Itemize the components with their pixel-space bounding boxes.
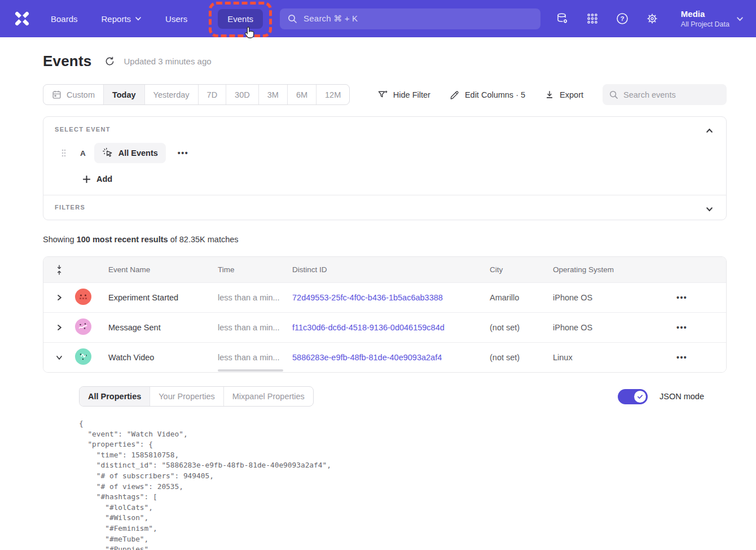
mixpanel-logo-icon[interactable] [12,9,32,28]
filter-funnel-icon [377,89,388,100]
event-detail-panel: All Properties Your Properties Mixpanel … [43,373,727,550]
nav-item-events[interactable]: Events [218,9,263,29]
properties-tabs: All Properties Your Properties Mixpanel … [79,386,314,407]
col-header-event-name[interactable]: Event Name [102,265,212,274]
tab-all-properties[interactable]: All Properties [80,387,150,406]
event-avatar [75,348,91,365]
event-avatar [75,289,91,305]
col-header-distinct-id[interactable]: Distinct ID [286,265,484,274]
table-row[interactable]: Message Sent less than a min... f11c30d6… [43,312,726,342]
hide-filter-button[interactable]: Hide Filter [377,89,430,100]
col-header-city[interactable]: City [484,265,547,274]
calendar-icon [52,90,61,99]
events-table: Event Name Time Distinct ID City Operati… [43,256,727,373]
refresh-icon [104,56,115,67]
json-mode-toggle[interactable] [618,389,648,404]
col-header-time[interactable]: Time [212,265,286,274]
date-range-custom[interactable]: Custom [43,85,103,104]
refresh-button[interactable] [104,56,115,67]
settings-gear-icon[interactable] [645,12,659,25]
help-icon[interactable]: ? [616,12,629,25]
primary-nav: Boards Reports Users Events [50,9,263,29]
magic-cursor-icon [102,147,113,159]
expand-collapse-rows-icon [55,264,63,276]
svg-text:?: ? [620,15,624,22]
date-range-today[interactable]: Today [103,85,144,104]
project-subtitle: All Project Data [681,20,729,29]
data-management-icon[interactable] [556,12,569,25]
events-search-input[interactable] [623,90,714,99]
project-name: Media [681,8,729,20]
edit-columns-button[interactable]: Edit Columns · 5 [450,90,525,100]
event-name-cell: Watch Video [102,353,212,362]
city-cell: Amarillo [484,293,547,302]
json-mode-label: JSON mode [660,392,704,401]
row-expand-chevron-right-icon[interactable] [43,283,75,312]
events-search-box [603,84,727,105]
date-range-yesterday[interactable]: Yesterday [144,85,198,104]
row-more-options-button[interactable]: ••• [673,291,691,304]
top-navbar: Boards Reports Users Events Search ⌘ + K [0,0,756,37]
project-switcher[interactable]: Media All Project Data [681,8,744,29]
os-cell: iPhone OS [547,323,673,332]
table-header-row: Event Name Time Distinct ID City Operati… [43,257,726,282]
date-range-7d[interactable]: 7D [198,85,226,104]
filters-section-header[interactable]: FILTERS [43,195,726,220]
event-selector-button[interactable]: All Events [94,143,166,163]
chevron-down-icon [736,15,744,23]
date-range-30d[interactable]: 30D [226,85,258,104]
date-range-6m[interactable]: 6M [287,85,316,104]
row-collapse-chevron-down-icon[interactable] [43,343,75,372]
toggle-knob [634,391,646,403]
row-more-options-button[interactable]: ••• [673,351,691,364]
date-range-3m[interactable]: 3M [258,85,287,104]
collapse-section-chevron-up-icon[interactable] [704,125,715,138]
event-name-cell: Message Sent [102,323,212,332]
pencil-icon [450,90,460,100]
distinct-id-link[interactable]: f11c30d6-dc6d-4518-9136-0d046159c84d [286,323,484,332]
add-event-button[interactable]: Add [82,174,122,184]
filters-label: FILTERS [55,204,715,211]
results-summary: Showing 100 most recent results of 82.35… [43,235,727,244]
city-cell: (not set) [484,353,547,362]
horizontal-scrollbar-thumb[interactable] [218,369,283,372]
event-json-view: { "event": "Watch Video", "properties": … [79,418,715,550]
event-more-options-button[interactable]: ••• [174,146,192,160]
select-event-label: SELECT EVENT [55,126,715,133]
search-icon [288,14,297,24]
row-more-options-button[interactable]: ••• [673,321,691,334]
step-letter: A [80,149,86,158]
search-icon [609,90,618,99]
chevron-down-icon [135,15,142,22]
check-icon [637,394,643,400]
os-cell: iPhone OS [547,293,673,302]
time-cell: less than a min... [212,353,286,362]
plus-icon [82,175,91,184]
time-cell: less than a min... [212,293,286,302]
nav-item-users[interactable]: Users [164,9,188,29]
distinct-id-link[interactable]: 5886283e-e9fb-48fb-81de-40e9093a2af4 [286,353,484,362]
date-range-12m[interactable]: 12M [316,85,349,104]
nav-item-boards[interactable]: Boards [50,9,79,29]
last-updated-text: Updated 3 minutes ago [124,56,211,66]
page-title: Events [43,53,91,70]
time-cell: less than a min... [212,323,286,332]
city-cell: (not set) [484,323,547,332]
table-row-expanded[interactable]: Watch Video less than a min... 5886283e-… [43,342,726,372]
export-button[interactable]: Export [544,90,583,100]
global-search-bar[interactable]: Search ⌘ + K [280,8,540,29]
distinct-id-link[interactable]: 72d49553-25fc-4f0c-b436-1b5ac6ab3388 [286,293,484,302]
table-row[interactable]: Experiment Started less than a min... 72… [43,282,726,312]
row-expand-chevron-right-icon[interactable] [43,313,75,342]
tab-mixpanel-properties[interactable]: Mixpanel Properties [223,387,313,406]
query-builder-card: SELECT EVENT A All Events ••• [43,116,727,220]
nav-item-reports[interactable]: Reports [100,9,143,29]
apps-grid-icon[interactable] [586,12,599,25]
drag-handle-icon[interactable] [60,149,67,158]
expand-section-chevron-down-icon[interactable] [704,203,715,217]
tab-your-properties[interactable]: Your Properties [150,387,223,406]
col-header-operating-system[interactable]: Operating System [547,265,673,274]
collapse-all-button[interactable] [43,264,75,276]
event-name-cell: Experiment Started [102,293,212,302]
date-range-control: Custom Today Yesterday 7D 30D 3M 6M 12M [43,84,350,105]
